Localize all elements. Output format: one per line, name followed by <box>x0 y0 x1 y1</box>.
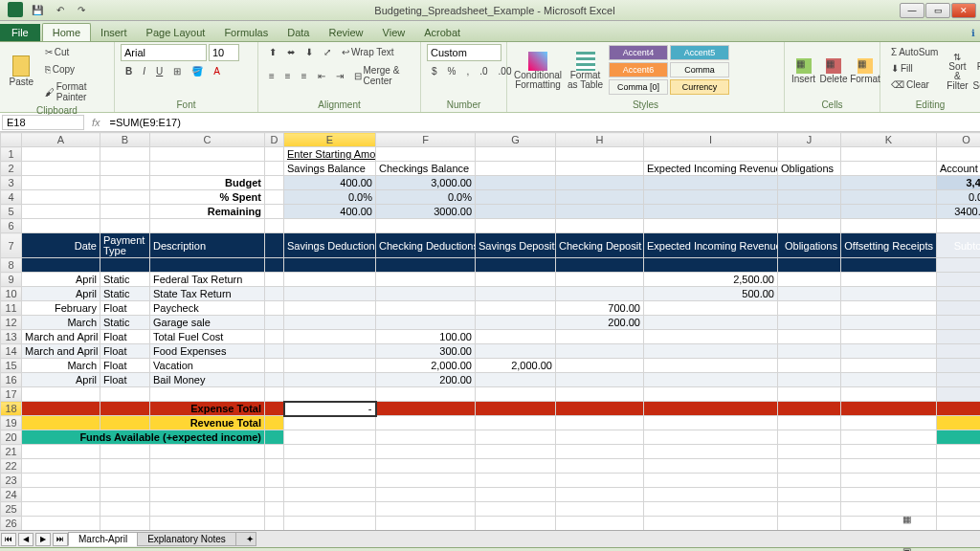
cell[interactable] <box>841 359 937 373</box>
selected-cell[interactable]: - <box>284 402 376 416</box>
clear-button[interactable]: ⌫ Clear <box>886 77 943 93</box>
sheet-nav-next[interactable]: ▶ <box>35 533 51 546</box>
cell[interactable] <box>376 273 476 287</box>
cell[interactable]: Savings Deposit <box>476 233 556 258</box>
cell[interactable] <box>376 488 476 502</box>
cell[interactable] <box>644 330 778 344</box>
cell[interactable] <box>150 488 265 502</box>
cell[interactable] <box>22 502 100 517</box>
cell[interactable] <box>476 273 556 287</box>
cell[interactable] <box>556 445 644 459</box>
cell[interactable] <box>376 474 476 488</box>
cell[interactable]: Expense Total <box>150 402 265 416</box>
cell[interactable] <box>22 445 100 459</box>
cell[interactable] <box>150 502 265 517</box>
cell[interactable] <box>376 445 476 459</box>
cell[interactable] <box>265 488 284 502</box>
cell[interactable] <box>284 344 376 359</box>
cell[interactable] <box>476 373 556 387</box>
cell[interactable] <box>476 474 556 488</box>
qat-redo[interactable]: ↷ <box>73 2 90 18</box>
row-header[interactable]: 23 <box>1 474 22 488</box>
tab-insert[interactable]: Insert <box>91 24 137 41</box>
cell[interactable] <box>937 459 981 474</box>
indent-inc[interactable]: ⇥ <box>331 62 348 89</box>
cell[interactable]: Vacation <box>150 359 265 373</box>
cell[interactable]: Static <box>100 273 150 287</box>
cell[interactable] <box>778 301 841 316</box>
cell[interactable] <box>556 287 644 301</box>
cell[interactable] <box>644 359 778 373</box>
align-top[interactable]: ⬆ <box>264 44 281 60</box>
cell[interactable] <box>284 359 376 373</box>
sheet-tab[interactable]: March-April <box>68 532 138 546</box>
align-mid[interactable]: ⬌ <box>282 44 300 60</box>
cell[interactable]: Float <box>100 359 150 373</box>
sheet-nav-prev[interactable]: ◀ <box>18 533 33 546</box>
cell[interactable]: 100.00 <box>376 330 476 344</box>
cell[interactable] <box>100 488 150 502</box>
format-as-table-button[interactable]: Format as Table <box>566 44 605 98</box>
cell[interactable]: Static <box>100 316 150 330</box>
cell[interactable]: April <box>22 287 100 301</box>
cell[interactable]: 700.00 <box>556 301 644 316</box>
cell[interactable] <box>556 517 644 531</box>
cell[interactable] <box>841 273 937 287</box>
tab-page-layout[interactable]: Page Layout <box>137 24 215 41</box>
cell[interactable] <box>556 459 644 474</box>
cell[interactable] <box>476 344 556 359</box>
row-header[interactable]: 25 <box>1 502 22 517</box>
maximize-button[interactable]: ▭ <box>925 3 950 18</box>
cell[interactable] <box>937 474 981 488</box>
cell[interactable] <box>476 445 556 459</box>
row-header[interactable]: 19 <box>1 416 22 430</box>
cell[interactable] <box>476 287 556 301</box>
cell[interactable]: Checking Deposit <box>556 233 644 258</box>
cell[interactable] <box>265 459 284 474</box>
cell[interactable] <box>265 502 284 517</box>
tab-review[interactable]: Review <box>319 24 372 41</box>
fill-color-button[interactable]: 🪣 <box>187 63 208 79</box>
cell[interactable]: Remaining <box>150 205 265 219</box>
row-header[interactable]: 7 <box>1 233 22 258</box>
col-header[interactable]: I <box>644 133 778 147</box>
cell[interactable]: Bail Money <box>150 373 265 387</box>
cell[interactable] <box>841 488 937 502</box>
cell[interactable] <box>644 459 778 474</box>
cell[interactable] <box>376 517 476 531</box>
cell[interactable] <box>644 474 778 488</box>
cell[interactable] <box>265 474 284 488</box>
cell[interactable]: Subtotal <box>937 233 981 258</box>
cell[interactable] <box>376 502 476 517</box>
row-header[interactable]: 12 <box>1 316 22 330</box>
col-header[interactable]: C <box>150 133 265 147</box>
style-comma[interactable]: Comma <box>670 62 729 77</box>
cell[interactable] <box>376 316 476 330</box>
cell[interactable] <box>284 373 376 387</box>
row-header[interactable]: 9 <box>1 273 22 287</box>
cell[interactable] <box>376 459 476 474</box>
row-header[interactable]: 3 <box>1 176 22 190</box>
border-button[interactable]: ⊞ <box>168 63 186 79</box>
cell[interactable] <box>556 273 644 287</box>
cell[interactable]: Obligations <box>778 162 841 176</box>
cell[interactable] <box>284 488 376 502</box>
sheet-nav-last[interactable]: ⏭ <box>53 533 68 546</box>
cell[interactable] <box>644 488 778 502</box>
cell[interactable] <box>376 301 476 316</box>
cell[interactable] <box>150 474 265 488</box>
row-header[interactable]: 24 <box>1 488 22 502</box>
sort-filter-button[interactable]: ⇅Sort & Filter <box>946 44 969 98</box>
cell[interactable] <box>284 502 376 517</box>
cell[interactable] <box>644 301 778 316</box>
align-bot[interactable]: ⬇ <box>301 44 318 60</box>
style-currency[interactable]: Currency <box>670 79 729 95</box>
cell[interactable] <box>100 459 150 474</box>
name-box[interactable] <box>2 115 84 130</box>
spreadsheet-grid[interactable]: A B C D E F G H I J K O 1Enter Starting … <box>0 132 980 547</box>
minimize-button[interactable]: — <box>900 3 924 18</box>
cell[interactable] <box>22 517 100 531</box>
new-sheet-tab[interactable]: ✦ <box>235 532 256 546</box>
cell[interactable] <box>556 502 644 517</box>
cell[interactable] <box>841 459 937 474</box>
